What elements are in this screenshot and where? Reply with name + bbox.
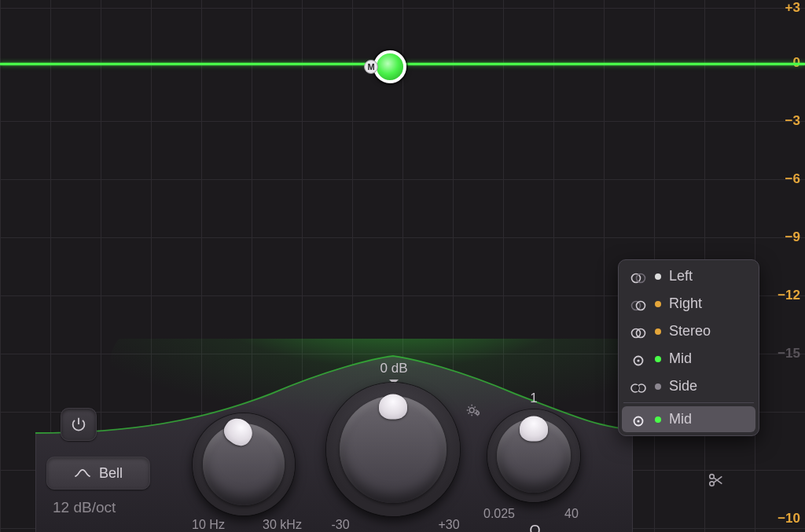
dot-icon bbox=[655, 328, 661, 335]
band-shape-label: Bell bbox=[99, 465, 123, 482]
channel-mode-mid[interactable]: Mid bbox=[622, 346, 755, 372]
channel-mode-left[interactable]: Left bbox=[622, 263, 755, 289]
mid-icon bbox=[630, 354, 647, 365]
svg-point-14 bbox=[637, 420, 639, 422]
gain-readout: 0 dB bbox=[380, 361, 408, 376]
stereo-icon bbox=[630, 326, 647, 337]
q-readout: 1 bbox=[530, 391, 537, 406]
split-band-button[interactable] bbox=[708, 471, 725, 492]
band-shape-button[interactable]: Bell bbox=[46, 457, 150, 490]
db-label-plus3: +3 bbox=[785, 0, 800, 16]
menu-separator bbox=[623, 402, 754, 403]
db-label-minus10-cut: −10 bbox=[777, 511, 800, 526]
gear-icon bbox=[465, 402, 482, 419]
bell-shape-icon bbox=[74, 464, 91, 482]
stereo-left-icon bbox=[630, 271, 647, 282]
dot-icon bbox=[655, 273, 661, 280]
q-min-label: 0.025 bbox=[483, 507, 515, 521]
freq-min-label: 10 Hz bbox=[192, 518, 225, 532]
band-handle[interactable]: M bbox=[373, 50, 406, 83]
dot-icon bbox=[655, 356, 661, 362]
channel-mode-menu[interactable]: Left Right Stereo Mid bbox=[618, 259, 759, 436]
db-label-minus12: −12 bbox=[777, 288, 800, 303]
q-max-label: 40 bbox=[564, 507, 579, 521]
channel-mode-right[interactable]: Right bbox=[622, 291, 755, 317]
channel-mode-current[interactable]: Mid bbox=[622, 406, 755, 432]
freq-knob[interactable] bbox=[193, 413, 295, 515]
channel-mode-stereo[interactable]: Stereo bbox=[622, 318, 755, 344]
gain-max-label: +30 bbox=[438, 518, 459, 532]
menu-item-label: Left bbox=[669, 268, 693, 284]
power-icon bbox=[70, 416, 87, 433]
band-power-button[interactable] bbox=[61, 408, 97, 441]
db-label-minus9: −9 bbox=[785, 229, 800, 245]
menu-item-label: Mid bbox=[669, 411, 692, 427]
gain-min-label: -30 bbox=[331, 518, 349, 532]
band-slope-label: 12 dB/oct bbox=[53, 499, 116, 516]
band-panel: Bell 12 dB/oct 10 Hz 30 kHz FREQ 0 dB -3… bbox=[35, 339, 633, 532]
gain-knob[interactable] bbox=[326, 383, 460, 516]
dot-icon bbox=[655, 301, 661, 307]
menu-item-label: Stereo bbox=[669, 323, 711, 339]
svg-point-2 bbox=[476, 412, 480, 415]
stereo-right-icon bbox=[630, 299, 647, 310]
dot-icon bbox=[655, 416, 661, 423]
menu-item-label: Side bbox=[669, 378, 697, 394]
menu-item-label: Mid bbox=[669, 350, 692, 367]
freq-max-label: 30 kHz bbox=[263, 518, 302, 532]
channel-mode-side[interactable]: Side bbox=[622, 373, 755, 399]
q-knob[interactable] bbox=[487, 409, 580, 502]
svg-point-1 bbox=[469, 408, 474, 413]
db-label-minus6: −6 bbox=[785, 171, 800, 187]
db-label-minus15: −15 bbox=[777, 346, 800, 361]
dot-icon bbox=[655, 383, 661, 390]
band-settings-button[interactable] bbox=[465, 402, 482, 422]
menu-item-label: Right bbox=[669, 295, 702, 312]
mid-icon bbox=[630, 414, 647, 425]
band-mode-badge: M bbox=[364, 60, 378, 74]
side-icon bbox=[630, 381, 647, 392]
q-title: Q bbox=[529, 523, 541, 532]
db-label-minus3: −3 bbox=[785, 113, 800, 129]
svg-point-10 bbox=[637, 359, 639, 361]
scissors-icon bbox=[708, 471, 725, 489]
